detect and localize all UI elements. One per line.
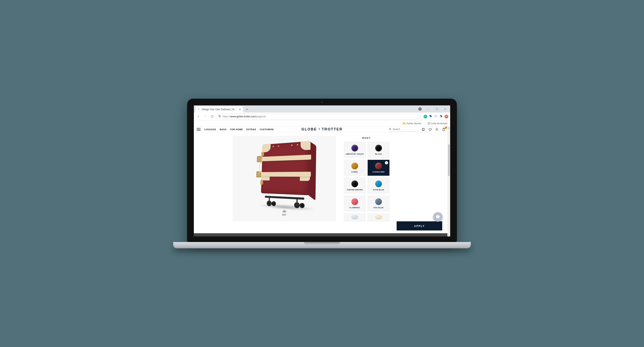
options-panel: BODY ✓AMETHYST VIOLET✓BLACK✓CAMEL✓CASSIS…: [344, 136, 390, 221]
product-preview[interactable]: 360°: [233, 136, 336, 221]
scrollbar-down-icon[interactable]: ▼: [448, 234, 450, 236]
folder-icon: [403, 122, 405, 125]
swatch-color-icon: [351, 215, 358, 220]
tab-favicon-icon: [198, 108, 200, 111]
nav-for-home[interactable]: FOR HOME: [230, 128, 243, 131]
header-right: 0: [389, 127, 446, 132]
swatch-cassis-red[interactable]: ✓CASSIS RED: [368, 160, 390, 176]
apply-button[interactable]: APPLY: [396, 221, 442, 230]
profile-avatar-icon[interactable]: M: [444, 115, 448, 118]
brand-glyph-icon: [318, 127, 321, 131]
omnibox[interactable]: https://www.globe-trotter.com/pages/b: [216, 114, 421, 119]
brand-right: TROTTER: [322, 127, 343, 131]
svg-point-4: [436, 128, 438, 129]
swatch-amethyst-violet[interactable]: ✓AMETHYST VIOLET: [344, 142, 366, 158]
window-close-button[interactable]: ✕: [441, 106, 449, 112]
swatch-camel[interactable]: ✓CAMEL: [344, 160, 366, 176]
laptop-base: [173, 242, 471, 248]
swatch-label: COFFEE BROWN: [347, 189, 363, 191]
rotate-label: 360°: [282, 214, 286, 216]
swatch-cyan-blue[interactable]: ✓CYAN BLUE: [368, 178, 390, 194]
account-button[interactable]: [435, 128, 439, 131]
page: ▲ ▼ LUGGAGE BAGS FOR HOME EXTRAS CUSTOMI…: [194, 126, 450, 236]
divider: [424, 122, 424, 125]
tab-close-icon[interactable]: ✕: [239, 108, 241, 111]
extensions-menu-icon[interactable]: [440, 115, 443, 118]
nav-reload-button[interactable]: [209, 114, 215, 119]
swatch-flamingo[interactable]: ✓FLAMINGO: [344, 196, 366, 211]
currency-button[interactable]: [422, 128, 425, 131]
swatch-color-icon: [375, 145, 382, 151]
bag-button[interactable]: 0: [442, 127, 446, 131]
svg-point-8: [438, 217, 438, 217]
check-icon: ✓: [385, 161, 388, 164]
swatch-label: CASSIS RED: [372, 171, 384, 173]
extension-grammarly-icon[interactable]: G: [424, 115, 427, 118]
bookmarks-other-label: Autres favoris: [406, 122, 421, 125]
window-controls: — ❐ ✕: [416, 105, 449, 113]
svg-point-7: [437, 217, 438, 217]
address-bar: https://www.globe-trotter.com/pages/b G …: [194, 113, 450, 121]
swatch-label: FLAMINGO: [350, 207, 360, 209]
swatch-color-icon: [351, 163, 358, 169]
search-field-wrap[interactable]: [389, 127, 418, 132]
configurator: 360° BODY ✓AMETHYST VIOLET✓BLACK✓CAMEL✓C…: [194, 132, 450, 233]
bookmarks-bar: Autres favoris Liste de lecture: [194, 121, 450, 126]
chat-icon: [436, 215, 440, 219]
rotate-360-button[interactable]: 360°: [282, 210, 286, 216]
laptop-screen: Design Your Own Suitcase | Glob… ✕ + — ❐…: [187, 99, 457, 242]
swatch-color-icon: [375, 163, 382, 169]
swatch-label: AMETHYST VIOLET: [346, 153, 364, 155]
window-minimize-button[interactable]: —: [424, 106, 432, 112]
nav-extras[interactable]: EXTRAS: [246, 128, 256, 131]
options-section-title: BODY: [344, 136, 390, 142]
site-info-icon[interactable]: [218, 115, 221, 118]
search-input[interactable]: [393, 128, 422, 131]
swatch-peek-0[interactable]: [344, 213, 366, 221]
swatch-color-icon: [351, 145, 358, 151]
swatch-black[interactable]: ✓BLACK: [368, 142, 390, 158]
chat-widget-button[interactable]: [433, 212, 443, 222]
scrollbar-up-icon[interactable]: ▲: [448, 126, 450, 129]
swatch-coffee-brown[interactable]: ✓COFFEE BROWN: [344, 178, 366, 194]
brand-left: GLOBE: [301, 127, 317, 131]
extension-link-icon[interactable]: [434, 115, 438, 118]
swatch-fog-blue[interactable]: ✓FOG BLUE: [368, 196, 390, 211]
search-icon: [389, 128, 392, 131]
nav-back-button[interactable]: [196, 114, 201, 119]
swatch-label: FOG BLUE: [374, 207, 384, 209]
swatch-color-icon: [351, 180, 358, 187]
swatch-peek-1[interactable]: [368, 213, 390, 221]
swatch-label: BLACK: [375, 153, 382, 155]
wishlist-button[interactable]: [428, 128, 432, 131]
swatch-label: CAMEL: [351, 171, 358, 173]
browser-tab[interactable]: Design Your Own Suitcase | Glob… ✕: [196, 106, 243, 113]
browser-window: Design Your Own Suitcase | Glob… ✕ + — ❐…: [194, 105, 450, 236]
bookmarks-other-folder[interactable]: Autres favoris: [403, 122, 421, 125]
url-text: https://www.globe-trotter.com/pages/b: [222, 115, 266, 118]
reading-list-button[interactable]: Liste de lecture: [428, 122, 448, 125]
swatch-color-icon: [351, 198, 358, 205]
brand-logo[interactable]: GLOBE TROTTER: [301, 127, 343, 131]
reading-list-icon: [428, 122, 430, 125]
suitcase-render: [260, 141, 310, 210]
reading-list-label: Liste de lecture: [431, 122, 448, 125]
bag-count-badge: 0: [444, 126, 448, 129]
nav-luggage[interactable]: LUGGAGE: [204, 128, 216, 131]
swatch-color-icon: [375, 215, 382, 220]
svg-point-9: [438, 217, 439, 217]
laptop-camera: [321, 101, 323, 103]
swatch-grid: ✓AMETHYST VIOLET✓BLACK✓CAMEL✓CASSIS RED✓…: [344, 142, 390, 221]
extensions-row: G M: [422, 115, 448, 118]
nav-customise[interactable]: CUSTOMISE: [260, 128, 274, 131]
extension-tag-icon[interactable]: [429, 115, 432, 118]
window-maximize-button[interactable]: ❐: [433, 106, 441, 112]
new-tab-button[interactable]: +: [244, 107, 250, 112]
nav-bags[interactable]: BAGS: [220, 128, 226, 131]
nav-forward-button[interactable]: [202, 114, 208, 119]
menu-button[interactable]: [196, 128, 200, 131]
tab-strip: Design Your Own Suitcase | Glob… ✕ + — ❐…: [194, 105, 450, 113]
main-nav: LUGGAGE BAGS FOR HOME EXTRAS CUSTOMISE: [204, 128, 274, 131]
laptop-mock: Design Your Own Suitcase | Glob… ✕ + — ❐…: [187, 99, 457, 248]
tab-search-icon[interactable]: [416, 106, 424, 112]
